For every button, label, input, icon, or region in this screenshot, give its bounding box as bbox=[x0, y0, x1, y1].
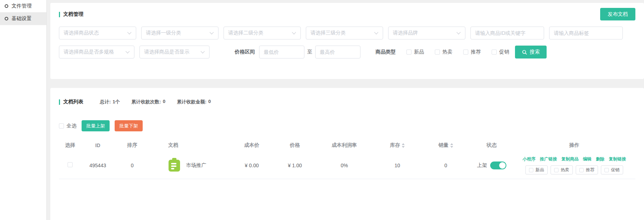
sort-down-icon[interactable] bbox=[402, 146, 405, 148]
action-copy-product[interactable]: 复制商品 bbox=[561, 156, 579, 162]
table-row: 495443 0 bbox=[59, 152, 635, 179]
product-status-select[interactable]: 请选择商品状态 bbox=[59, 27, 136, 39]
sort-carets bbox=[450, 143, 453, 148]
action-promo-link[interactable]: 推广链接 bbox=[540, 156, 557, 162]
row-tag-recommend[interactable]: 推荐 bbox=[576, 165, 598, 174]
checkbox-icon[interactable] bbox=[59, 123, 64, 128]
sidebar-item-basic-settings[interactable]: 基础设置 bbox=[0, 13, 46, 25]
column-header-sort: 排序 bbox=[114, 139, 150, 152]
search-button[interactable]: 搜索 bbox=[515, 46, 547, 58]
checkbox-icon[interactable] bbox=[554, 168, 558, 172]
type-checkbox-hot[interactable]: 热卖 bbox=[435, 49, 452, 55]
chevron-down-icon bbox=[125, 49, 129, 53]
category3-select[interactable]: 请选择三级分类 bbox=[306, 27, 383, 39]
sidebar-item-label: 文件管理 bbox=[12, 3, 32, 9]
column-header-stock: 库存 bbox=[373, 139, 422, 152]
checkbox-icon[interactable] bbox=[579, 168, 584, 172]
checkbox-icon[interactable] bbox=[435, 50, 440, 55]
table-header-row: 选择 ID 排序 文档 成本价 价格 成本利润率 库存 bbox=[59, 139, 635, 152]
chevron-down-icon bbox=[201, 49, 204, 53]
filter-row-1: 请选择商品状态 请选择一级分类 请选择二级分类 请选择三级分类 请选择品牌 bbox=[59, 27, 635, 39]
sort-down-icon[interactable] bbox=[450, 146, 453, 148]
stat-payment-count: 累计收款次数: 0 bbox=[132, 99, 166, 105]
row-tag-hot[interactable]: 热卖 bbox=[551, 165, 573, 174]
checkbox-label: 促销 bbox=[499, 49, 509, 55]
select-all-label: 全选 bbox=[66, 123, 77, 129]
row-checkbox[interactable] bbox=[68, 162, 73, 167]
stat-total: 总计: 1个 bbox=[100, 99, 120, 105]
visibility-select[interactable]: 请选择商品是否显示 bbox=[139, 46, 210, 58]
column-header-id: ID bbox=[81, 139, 114, 152]
column-header-select: 选择 bbox=[59, 139, 81, 152]
toggle-knob bbox=[499, 162, 506, 169]
type-checkbox-recommend[interactable]: 推荐 bbox=[463, 49, 481, 55]
chevron-down-icon bbox=[127, 30, 131, 34]
brand-select[interactable]: 请选择品牌 bbox=[388, 27, 465, 39]
list-title: 文档列表 bbox=[59, 99, 83, 105]
checkbox-icon[interactable] bbox=[604, 168, 609, 172]
column-header-sales: 销量 bbox=[422, 139, 470, 152]
document-table: 选择 ID 排序 文档 成本价 价格 成本利润率 库存 bbox=[59, 139, 635, 179]
max-price-input[interactable] bbox=[315, 46, 360, 58]
chevron-down-icon bbox=[456, 30, 460, 34]
sidebar-item-label: 基础设置 bbox=[12, 15, 32, 22]
product-type-label: 商品类型 bbox=[376, 49, 396, 55]
cell-sort: 0 bbox=[114, 152, 150, 179]
list-title-text: 文档列表 bbox=[63, 99, 83, 105]
checkbox-icon[interactable] bbox=[463, 50, 468, 55]
chevron-down-icon bbox=[292, 30, 296, 34]
row-tag-promo[interactable]: 促销 bbox=[601, 165, 623, 174]
cell-cost-margin: 0% bbox=[316, 152, 373, 179]
filter-row-2: 请选择商品是否多规格 请选择商品是否显示 价格区间 至 商品类型 新品 热卖 bbox=[59, 46, 635, 58]
publish-doc-button[interactable]: 发布文档 bbox=[600, 8, 635, 20]
checkbox-label: 热卖 bbox=[442, 49, 452, 55]
column-header-cost-price: 成本价 bbox=[229, 139, 274, 152]
title-accent-bar bbox=[59, 99, 60, 105]
cell-sales: 0 bbox=[422, 152, 470, 179]
checkbox-label: 推荐 bbox=[471, 49, 481, 55]
status-toggle[interactable] bbox=[490, 162, 506, 169]
chevron-down-icon bbox=[374, 30, 378, 34]
row-tag-new[interactable]: 新品 bbox=[525, 165, 548, 174]
to-label: 至 bbox=[307, 49, 312, 55]
page-title: 文档管理 bbox=[59, 8, 83, 18]
category2-select[interactable]: 请选择二级分类 bbox=[224, 27, 301, 39]
circle-icon bbox=[5, 4, 8, 8]
status-label: 上架 bbox=[477, 162, 487, 169]
search-button-label: 搜索 bbox=[530, 49, 540, 55]
column-header-status: 状态 bbox=[470, 139, 513, 152]
min-price-input[interactable] bbox=[259, 46, 304, 58]
stat-payment-amount: 累计收款金额: 0 bbox=[177, 99, 211, 105]
column-header-actions: 操作 bbox=[513, 139, 635, 152]
sort-up-icon[interactable] bbox=[402, 143, 405, 145]
document-icon bbox=[168, 158, 180, 173]
action-copy-link[interactable]: 复制链接 bbox=[609, 156, 626, 162]
action-mini-program[interactable]: 小程序 bbox=[523, 156, 535, 162]
type-checkbox-promo[interactable]: 促销 bbox=[492, 49, 509, 55]
checkbox-label: 新品 bbox=[414, 49, 424, 55]
row-tag-options: 新品 热卖 推荐 促销 bbox=[513, 165, 635, 174]
category1-select[interactable]: 请选择一级分类 bbox=[141, 27, 218, 39]
action-edit[interactable]: 编辑 bbox=[583, 156, 592, 162]
checkbox-icon[interactable] bbox=[492, 50, 497, 55]
sort-carets bbox=[402, 143, 405, 148]
batch-action-row: 全选 批量上架 批量下架 bbox=[59, 120, 635, 131]
batch-off-shelf-button[interactable]: 批量下架 bbox=[115, 120, 143, 131]
sidebar-item-file-management[interactable]: 文件管理 bbox=[0, 0, 46, 13]
checkbox-icon[interactable] bbox=[406, 50, 411, 55]
product-tag-input[interactable] bbox=[549, 27, 623, 39]
row-actions: 小程序 推广链接 复制商品 编辑 删除 复制链接 bbox=[513, 156, 635, 162]
chevron-down-icon bbox=[210, 30, 213, 34]
page-title-text: 文档管理 bbox=[63, 11, 83, 18]
product-id-keyword-input[interactable] bbox=[470, 27, 544, 39]
sort-up-icon[interactable] bbox=[450, 143, 453, 145]
action-delete[interactable]: 删除 bbox=[596, 156, 604, 162]
document-list-panel: 文档列表 总计: 1个 累计收款次数: 0 累计收款金额: 0 bbox=[50, 88, 644, 220]
multi-spec-select[interactable]: 请选择商品是否多规格 bbox=[59, 46, 134, 58]
column-header-cost-margin: 成本利润率 bbox=[316, 139, 373, 152]
cell-price: ¥ 1.00 bbox=[274, 152, 316, 179]
select-all-checkbox[interactable]: 全选 bbox=[59, 123, 77, 129]
batch-on-shelf-button[interactable]: 批量上架 bbox=[82, 120, 110, 131]
checkbox-icon[interactable] bbox=[529, 168, 533, 172]
type-checkbox-new[interactable]: 新品 bbox=[406, 49, 424, 55]
